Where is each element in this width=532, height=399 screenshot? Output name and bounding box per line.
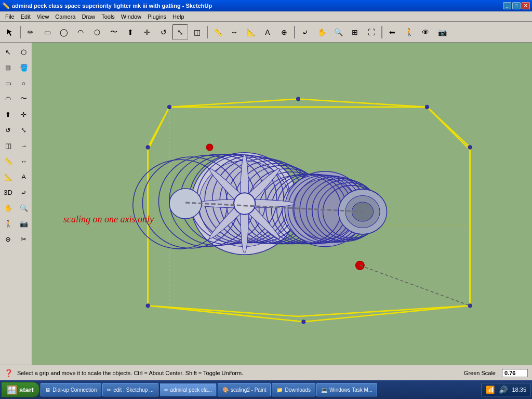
left-axes[interactable]: ⊕ [1, 232, 16, 246]
svg-point-55 [146, 145, 150, 149]
toolbar-push-pull-tool[interactable]: ⬆ [123, 24, 138, 40]
toolbar-select[interactable] [2, 24, 18, 40]
annotation-text: scaling on one axis only [63, 214, 154, 225]
svg-point-50 [234, 193, 255, 214]
left-rect[interactable]: ▭ [1, 76, 16, 90]
dialup-icon: 🖥 [45, 387, 50, 393]
toolbar-arc-tool[interactable]: ◠ [73, 24, 88, 40]
scaling-label: scaling2 - Paint [231, 387, 266, 393]
left-prot[interactable]: 📐 [1, 169, 16, 184]
menu-item-tools[interactable]: Tools [98, 12, 118, 21]
left-arc[interactable]: ◠ [1, 91, 16, 106]
left-eraser[interactable]: ⊟ [1, 60, 16, 75]
toolbar-sep-1 [20, 26, 21, 38]
canvas-area[interactable]: scaling on one axis only [32, 43, 532, 365]
toolbar-zoom-btn[interactable]: 🔍 [330, 24, 346, 40]
left-pair: ↖⬡ [1, 45, 31, 59]
toolbar-zoom-ext-btn[interactable]: ⛶ [364, 24, 379, 40]
toolbar-rotate-tool[interactable]: ↺ [156, 24, 171, 40]
toolbar-orbit-btn[interactable]: ⤾ [297, 24, 313, 40]
svg-point-61 [296, 97, 300, 101]
toolbar-scale-btn[interactable]: ⤡ [172, 24, 188, 40]
toolbar-protractor-btn[interactable]: 📐 [243, 24, 259, 40]
taskbar-item-taskmgr[interactable]: 💻 Windows Task M... [316, 383, 377, 396]
left-circle[interactable]: ○ [17, 76, 31, 90]
toolbar-walkthrough-btn[interactable]: 🚶 [401, 24, 417, 40]
left-pair: ⊕✂ [1, 232, 31, 246]
left-follow[interactable]: → [17, 138, 31, 153]
svg-line-7 [148, 107, 169, 148]
downloads-icon: 📁 [276, 387, 283, 393]
left-walk[interactable]: 🚶 [1, 216, 16, 231]
left-tape[interactable]: 📏 [1, 154, 16, 168]
toolbar-rectangle-tool[interactable]: ▭ [39, 24, 55, 40]
menu-item-edit[interactable]: Edit [18, 12, 34, 21]
svg-point-53 [356, 261, 365, 270]
menu-item-file[interactable]: File [2, 12, 18, 21]
taskbar-item-edit[interactable]: ✏ edit : Sketchup ... [102, 383, 158, 396]
menu-item-draw[interactable]: Draw [78, 12, 98, 21]
start-button[interactable]: 🪟 start [1, 382, 39, 397]
toolbar-offset-tool[interactable]: ◫ [189, 24, 205, 40]
toolbar-pencil[interactable]: ✏ [23, 24, 38, 40]
menu-item-view[interactable]: View [34, 12, 52, 21]
menu-item-plugins[interactable]: Plugins [144, 12, 169, 21]
taskmgr-label: Windows Task M... [329, 387, 373, 393]
left-pair: 📏↔ [1, 154, 31, 168]
dialup-label: Dial-up Connection [52, 387, 97, 393]
downloads-label: Downloads [285, 387, 310, 393]
toolbar-pan-btn[interactable]: ✋ [314, 24, 329, 40]
left-cam[interactable]: 📷 [17, 216, 31, 231]
left-orbit[interactable]: ⤾ [17, 185, 31, 200]
toolbar-tape-tool[interactable]: 📏 [210, 24, 225, 40]
svg-point-56 [167, 105, 171, 109]
left-3d-select[interactable]: ⬡ [17, 45, 31, 59]
taskbar-item-admiral[interactable]: ✏ admiral peck cla... [159, 383, 217, 396]
left-text[interactable]: A [17, 169, 31, 184]
toolbar-polygon-tool[interactable]: ⬡ [89, 24, 105, 40]
svg-point-58 [468, 303, 472, 308]
toolbar-axes-btn[interactable]: ⊕ [276, 24, 292, 40]
system-tray: 📶 🔊 18:35 [481, 383, 531, 396]
taskbar: 🪟 start 🖥 Dial-up Connection ✏ edit : Sk… [0, 380, 532, 399]
left-3dtext[interactable]: 3D [1, 185, 16, 200]
minimize-button[interactable]: _ [503, 2, 511, 9]
left-scale[interactable]: ⤡ [17, 123, 31, 137]
menu-item-window[interactable]: Window [118, 12, 144, 21]
tray-volume-icon: 🔊 [499, 385, 508, 394]
left-dim[interactable]: ↔ [17, 154, 31, 168]
toolbar-cam-pos-btn[interactable]: 📷 [434, 24, 450, 40]
left-select[interactable]: ↖ [1, 45, 16, 59]
left-toolbar: ↖⬡⊟🪣▭○◠〜⬆✛↺⤡◫→📏↔📐A3D⤾✋🔍🚶📷⊕✂ [0, 43, 32, 365]
left-offset[interactable]: ◫ [1, 138, 16, 153]
toolbar-look-btn[interactable]: 👁 [418, 24, 433, 40]
svg-point-57 [468, 145, 472, 149]
maximize-button[interactable]: □ [512, 2, 521, 9]
left-paint[interactable]: 🪣 [17, 60, 31, 75]
toolbar-freehand-tool[interactable]: 〜 [106, 24, 122, 40]
main-area: ↖⬡⊟🪣▭○◠〜⬆✛↺⤡◫→📏↔📐A3D⤾✋🔍🚶📷⊕✂ [0, 43, 532, 365]
left-rotate[interactable]: ↺ [1, 123, 16, 137]
taskbar-item-scaling[interactable]: 🎨 scaling2 - Paint [218, 383, 271, 396]
toolbar-circle-tool[interactable]: ◯ [56, 24, 72, 40]
taskmgr-icon: 💻 [321, 387, 327, 393]
toolbar-text-btn[interactable]: A [260, 24, 275, 40]
menu-item-camera[interactable]: Camera [52, 12, 78, 21]
toolbar: ✏▭◯◠⬡〜⬆✛↺⤡◫📏↔📐A⊕⤾✋🔍⊞⛶⬅🚶👁📷 [0, 22, 532, 43]
taskbar-item-dialup[interactable]: 🖥 Dial-up Connection [41, 383, 101, 396]
toolbar-zoom-window-btn[interactable]: ⊞ [347, 24, 363, 40]
toolbar-dim-tool[interactable]: ↔ [227, 24, 242, 40]
toolbar-move-tool[interactable]: ✛ [139, 24, 155, 40]
left-move[interactable]: ✛ [17, 107, 31, 122]
toolbar-sep [294, 26, 295, 38]
close-button[interactable]: ✕ [522, 2, 530, 9]
left-section[interactable]: ✂ [17, 232, 31, 246]
left-free[interactable]: 〜 [17, 91, 31, 106]
menu-item-help[interactable]: Help [169, 12, 188, 21]
taskbar-item-downloads[interactable]: 📁 Downloads [272, 383, 315, 396]
toolbar-prev-view-btn[interactable]: ⬅ [384, 24, 400, 40]
left-pan[interactable]: ✋ [1, 201, 16, 215]
left-push[interactable]: ⬆ [1, 107, 16, 122]
help-icon: ❓ [4, 369, 13, 377]
left-zoom[interactable]: 🔍 [17, 201, 31, 215]
